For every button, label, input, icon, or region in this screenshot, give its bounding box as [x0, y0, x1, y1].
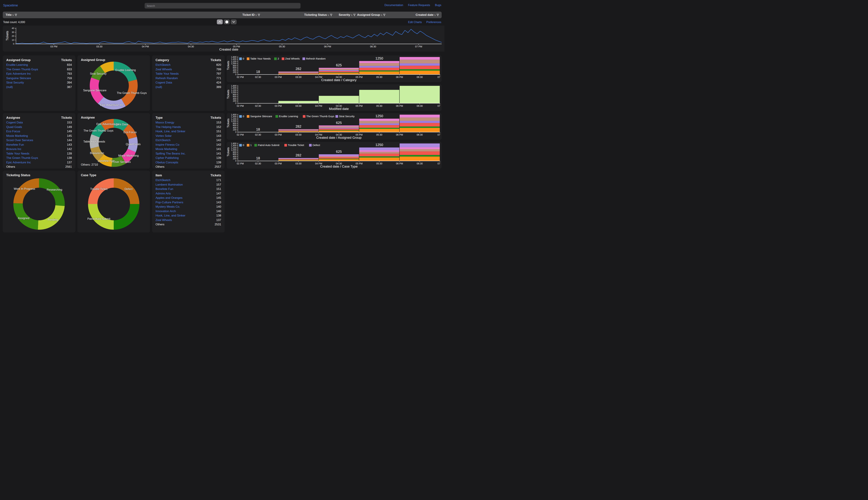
table-row-link[interactable]: The Helping Hands	[156, 125, 181, 129]
donut-slice[interactable]	[38, 205, 65, 230]
sort-icon[interactable]: ↑↓	[351, 13, 353, 16]
bar-segment[interactable]	[319, 72, 359, 73]
table-row-link[interactable]: Bonefete Fun	[156, 187, 173, 191]
bar-segment[interactable]	[278, 129, 319, 130]
table-row-link[interactable]: Innovation Arch	[156, 209, 176, 214]
created-date-case-type-chart[interactable]: 02004006008001,0001,2001,4001,6001828262…	[227, 142, 442, 169]
bar-segment[interactable]	[319, 70, 359, 71]
bar-segment[interactable]	[359, 90, 399, 103]
table-row-link[interactable]: Apples and Oranges	[156, 196, 182, 200]
timeline-chart[interactable]: 01020304003 PM03:3004 PM04:3005 PM05:300…	[3, 25, 444, 52]
bar-segment[interactable]	[399, 157, 440, 161]
donut-slice[interactable]	[13, 178, 39, 204]
table-row-link[interactable]: Zeal Wheels	[156, 67, 172, 72]
table-row-link[interactable]: Pop-Culture Partners	[156, 200, 183, 205]
table-row-link[interactable]: Cogent Data	[6, 120, 23, 125]
bar-segment[interactable]	[359, 154, 399, 157]
bar-segment[interactable]	[359, 125, 399, 128]
app-brand-link[interactable]: Spacetime	[3, 4, 18, 7]
table-row-link[interactable]: The Green Thumb Guys	[6, 67, 38, 72]
table-row-link[interactable]: Bonefete Fun	[6, 143, 24, 147]
bar-segment[interactable]	[399, 71, 440, 75]
created-date-assigned-group-chart[interactable]: 02004006008001,0001,2001,4001,6001828262…	[227, 113, 442, 140]
bar-segment[interactable]	[399, 151, 440, 155]
table-row-link[interactable]: EtchSketch	[156, 138, 170, 143]
bar-segment[interactable]	[399, 144, 440, 147]
filter-icon[interactable]	[437, 14, 439, 16]
bugs-link[interactable]: Bugs	[435, 4, 441, 7]
table-row-link[interactable]: (null)	[6, 85, 13, 89]
bar-segment[interactable]	[319, 71, 359, 72]
table-row-link[interactable]: Lambent Illumination	[156, 182, 183, 187]
table-row-link[interactable]: (null)	[156, 85, 162, 89]
bar-segment[interactable]	[359, 156, 399, 158]
bar-segment[interactable]	[399, 128, 440, 132]
feature-requests-link[interactable]: Feature Requests	[408, 4, 430, 7]
bar-segment[interactable]	[278, 72, 319, 73]
donut-slice[interactable]	[13, 203, 38, 229]
filter-icon[interactable]	[258, 14, 260, 16]
bar-segment[interactable]	[359, 150, 399, 152]
bar-segment[interactable]	[319, 130, 359, 132]
table-row-link[interactable]: Hook, Line, and Sinker	[156, 129, 185, 134]
bar-segment[interactable]	[359, 63, 399, 66]
donut-slice[interactable]	[39, 178, 65, 206]
table-row-link[interactable]: Cogent Data	[156, 80, 172, 85]
donut-slice[interactable]	[114, 61, 137, 82]
table-row-link[interactable]: Admire Arts	[156, 191, 171, 196]
table-row-link[interactable]: Maxxx Energy	[156, 120, 174, 125]
bar-segment[interactable]	[399, 121, 440, 123]
table-row-link[interactable]: Mystery Meats Co.	[156, 205, 180, 209]
bar-segment[interactable]	[319, 96, 359, 103]
ticketing-status-donut-chart[interactable]: ResearchingPendingAssignedWork In Progre…	[3, 171, 75, 232]
bar-segment[interactable]	[319, 68, 359, 69]
bar-segment[interactable]	[359, 68, 399, 70]
bar-segment[interactable]	[359, 158, 399, 161]
bar-segment[interactable]	[359, 66, 399, 68]
table-row-link[interactable]: Inspire Fitness Co	[156, 143, 179, 147]
bar-segment[interactable]	[278, 73, 319, 74]
bar-segment[interactable]	[278, 159, 319, 159]
case-type-donut-chart[interactable]: DefectPatrol Auto SubmitTrouble Ticket	[77, 171, 150, 232]
bar-segment[interactable]	[359, 61, 399, 63]
bar-segment[interactable]	[359, 128, 399, 129]
table-row-link[interactable]: Table Your Needs	[6, 151, 29, 156]
bar-segment[interactable]	[278, 159, 319, 159]
bar-segment[interactable]	[319, 127, 359, 128]
table-row-link[interactable]: Epic Adventure Inc	[6, 160, 31, 165]
bar-segment[interactable]	[278, 160, 319, 160]
bar-segment[interactable]	[319, 129, 359, 130]
bar-segment[interactable]	[319, 157, 359, 159]
created-date-category-chart[interactable]: 02004006008001,0001,2001,4001,6001828262…	[227, 55, 442, 82]
column-ticket-id[interactable]: Ticket ID ↑↓	[242, 12, 260, 18]
bar-segment[interactable]	[319, 128, 359, 129]
table-row-link[interactable]: Cipher Publishing	[156, 156, 179, 160]
table-row-link[interactable]: Sanguine Skincare	[6, 76, 31, 81]
filter-icon[interactable]	[15, 14, 17, 16]
edit-charts-link[interactable]: Edit Charts	[408, 21, 422, 24]
sort-icon[interactable]: ↑↓	[328, 13, 329, 16]
bar-segment[interactable]	[399, 60, 440, 64]
bar-segment[interactable]	[319, 73, 359, 75]
table-row-link[interactable]: Vortex Solar	[156, 134, 172, 138]
table-row-link[interactable]: EtchSketch	[156, 178, 170, 182]
bar-segment[interactable]	[399, 86, 440, 103]
bar-segment[interactable]	[278, 101, 319, 103]
filter-icon[interactable]	[353, 14, 355, 16]
table-row-link[interactable]: Refresh Random	[156, 76, 178, 81]
preferences-link[interactable]: Preferences	[426, 21, 441, 24]
bar-segment[interactable]	[399, 147, 440, 149]
table-row-link[interactable]: Obelus Concepts	[156, 160, 178, 165]
bar-segment[interactable]	[278, 72, 319, 72]
assignee-donut-chart[interactable]: Cogent DataEco FocusQuad GoalsMoxie Mark…	[77, 113, 150, 169]
donut-slice[interactable]	[114, 178, 139, 204]
bar-segment[interactable]	[319, 69, 359, 70]
table-row-link[interactable]: Bravura Inc	[6, 147, 21, 151]
table-row-link[interactable]: Zeal Wheels	[156, 218, 172, 223]
bar-segment[interactable]	[278, 73, 319, 73]
sort-icon[interactable]: ↑↓	[12, 13, 14, 16]
column-created-date[interactable]: Created date ↑↓	[415, 12, 439, 18]
table-row-link[interactable]: Hook, Line, and Sinker	[156, 213, 185, 218]
table-row-link[interactable]: Epic Adventure Inc	[6, 71, 31, 76]
documentation-link[interactable]: Documentation	[385, 4, 403, 7]
